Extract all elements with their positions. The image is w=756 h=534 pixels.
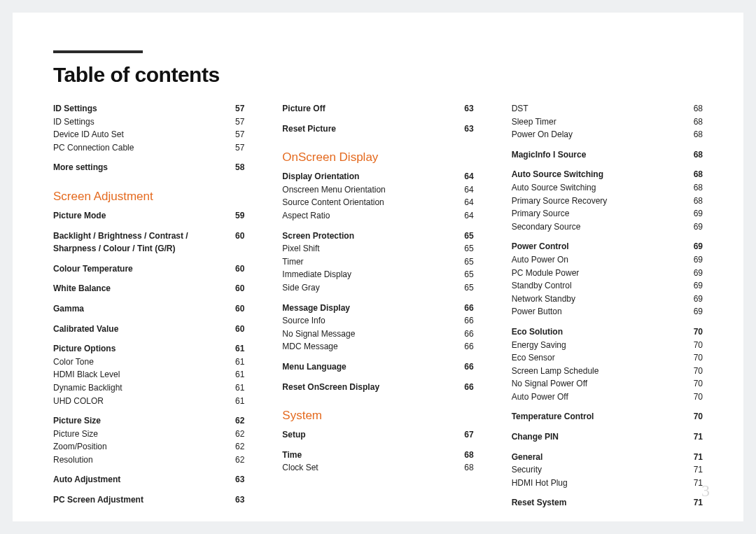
toc-entry-label: Source Content Orientation xyxy=(282,196,455,209)
toc-entry-page: 64 xyxy=(456,196,474,209)
toc-entry[interactable]: Change PIN71 xyxy=(512,430,703,444)
toc-entry[interactable]: Primary Source69 xyxy=(512,207,703,220)
toc-entry-page: 68 xyxy=(685,115,703,129)
toc-entry[interactable]: Display Orientation64 xyxy=(282,170,473,183)
toc-entry[interactable]: DST68 xyxy=(512,102,703,115)
toc-entry-label: Device ID Auto Set xyxy=(53,128,226,141)
toc-entry-label: Eco Sensor xyxy=(512,351,685,365)
toc-entry[interactable]: Picture Size62 xyxy=(53,428,244,441)
toc-entry[interactable]: MagicInfo I Source68 xyxy=(512,148,703,162)
toc-entry[interactable]: Reset Picture63 xyxy=(282,122,473,136)
toc-entry[interactable]: Power On Delay68 xyxy=(512,128,703,141)
toc-entry[interactable]: Auto Power Off70 xyxy=(512,391,703,404)
toc-entry[interactable]: Power Button69 xyxy=(512,305,703,318)
toc-section-heading: System xyxy=(282,409,473,423)
toc-entry[interactable]: Eco Sensor70 xyxy=(512,351,703,365)
toc-entry[interactable]: Zoom/Position62 xyxy=(53,440,244,454)
toc-entry[interactable]: No Signal Power Off70 xyxy=(512,377,703,391)
toc-entry[interactable]: Clock Set68 xyxy=(282,461,473,475)
toc-entry-label: Energy Saving xyxy=(512,339,685,352)
toc-entry[interactable]: Timer65 xyxy=(282,255,473,269)
toc-entry-page: 61 xyxy=(226,342,244,356)
toc-entry[interactable]: HDMI Hot Plug71 xyxy=(512,477,703,490)
toc-entry[interactable]: Auto Adjustment63 xyxy=(53,473,244,486)
toc-entry[interactable]: Time68 xyxy=(282,449,473,462)
toc-entry[interactable]: ID Settings57 xyxy=(53,115,244,129)
toc-entry[interactable]: Dynamic Backlight61 xyxy=(53,381,244,395)
toc-entry[interactable]: Reset OnScreen Display66 xyxy=(282,381,473,394)
toc-entry[interactable]: Setup67 xyxy=(282,428,473,442)
toc-spacer xyxy=(53,335,244,342)
toc-entry-page: 69 xyxy=(685,267,703,280)
toc-entry[interactable]: Immediate Display65 xyxy=(282,268,473,281)
toc-entry[interactable]: Color Tone61 xyxy=(53,356,244,369)
toc-entry[interactable]: Calibrated Value60 xyxy=(53,323,244,336)
toc-entry[interactable]: Picture Size62 xyxy=(53,414,244,428)
toc-entry[interactable]: Picture Off63 xyxy=(282,102,473,115)
toc-entry-page: 69 xyxy=(685,240,703,253)
toc-entry[interactable]: Picture Mode59 xyxy=(53,209,244,223)
toc-entry[interactable]: Source Content Orientation64 xyxy=(282,196,473,209)
toc-entry[interactable]: Resolution62 xyxy=(53,454,244,467)
toc-entry[interactable]: UHD COLOR61 xyxy=(53,395,244,408)
toc-entry-label: Network Standby xyxy=(512,293,685,306)
toc-entry[interactable]: Onscreen Menu Orientation64 xyxy=(282,183,473,197)
toc-entry-page: 61 xyxy=(226,395,244,408)
toc-entry[interactable]: Pixel Shift65 xyxy=(282,242,473,255)
toc-entry[interactable]: Gamma60 xyxy=(53,302,244,316)
toc-entry[interactable]: Auto Power On69 xyxy=(512,253,703,267)
toc-entry-page: 65 xyxy=(456,255,474,269)
toc-entry[interactable]: No Signal Message66 xyxy=(282,328,473,341)
toc-entry[interactable]: Source Info66 xyxy=(282,314,473,328)
toc-entry[interactable]: Secondary Source69 xyxy=(512,220,703,234)
toc-spacer xyxy=(53,154,244,161)
toc-entry-label: PC Screen Adjustment xyxy=(53,493,226,507)
toc-entry[interactable]: Screen Lamp Schedule70 xyxy=(512,365,703,378)
toc-entry-label: DST xyxy=(512,102,685,115)
toc-entry-label: Picture Mode xyxy=(53,209,226,223)
toc-spacer xyxy=(282,295,473,302)
toc-entry[interactable]: Primary Source Recovery68 xyxy=(512,195,703,208)
toc-spacer xyxy=(282,223,473,230)
toc-entry[interactable]: White Balance60 xyxy=(53,282,244,295)
toc-entry-label: Source Info xyxy=(282,314,455,328)
toc-entry[interactable]: Backlight / Brightness / Contrast / Shar… xyxy=(53,230,244,255)
toc-entry[interactable]: PC Module Power69 xyxy=(512,267,703,280)
toc-entry[interactable]: Picture Options61 xyxy=(53,342,244,356)
toc-entry[interactable]: Aspect Ratio64 xyxy=(282,209,473,223)
toc-entry[interactable]: HDMI Black Level61 xyxy=(53,368,244,381)
toc-entry[interactable]: Auto Source Switching68 xyxy=(512,168,703,181)
toc-entry[interactable]: PC Screen Adjustment63 xyxy=(53,493,244,507)
toc-entry-label: Primary Source xyxy=(512,207,685,220)
toc-entry[interactable]: Menu Language66 xyxy=(282,360,473,374)
toc-entry-label: White Balance xyxy=(53,282,226,295)
toc-entry[interactable]: Temperature Control70 xyxy=(512,410,703,423)
toc-section-heading: OnScreen Display xyxy=(282,150,473,164)
toc-entry[interactable]: MDC Message66 xyxy=(282,340,473,353)
toc-entry[interactable]: Power Control69 xyxy=(512,240,703,253)
toc-entry[interactable]: PC Connection Cable57 xyxy=(53,141,244,155)
toc-entry[interactable]: Reset System71 xyxy=(512,496,703,510)
toc-entry[interactable]: Standby Control69 xyxy=(512,279,703,293)
toc-entry[interactable]: Network Standby69 xyxy=(512,293,703,306)
title-rule xyxy=(53,50,143,53)
toc-entry[interactable]: Eco Solution70 xyxy=(512,325,703,339)
toc-entry[interactable]: Message Display66 xyxy=(282,302,473,315)
toc-entry[interactable]: Security71 xyxy=(512,463,703,477)
toc-entry-page: 70 xyxy=(685,377,703,391)
toc-entry[interactable]: Device ID Auto Set57 xyxy=(53,128,244,141)
toc-entry[interactable]: ID Settings57 xyxy=(53,102,244,115)
toc-entry[interactable]: Auto Source Switching68 xyxy=(512,181,703,195)
toc-spacer xyxy=(53,407,244,414)
toc-entry[interactable]: More settings58 xyxy=(53,161,244,174)
toc-entry-page: 64 xyxy=(456,170,474,183)
toc-entry-page: 70 xyxy=(685,325,703,339)
toc-entry[interactable]: Side Gray65 xyxy=(282,281,473,295)
toc-entry[interactable]: General71 xyxy=(512,451,703,464)
toc-entry[interactable]: Screen Protection65 xyxy=(282,230,473,243)
toc-entry[interactable]: Energy Saving70 xyxy=(512,339,703,352)
toc-entry[interactable]: Colour Temperature60 xyxy=(53,262,244,276)
toc-entry[interactable]: Sleep Timer68 xyxy=(512,115,703,129)
toc-entry-label: Reset Picture xyxy=(282,122,455,136)
toc-entry-label: Colour Temperature xyxy=(53,262,226,276)
